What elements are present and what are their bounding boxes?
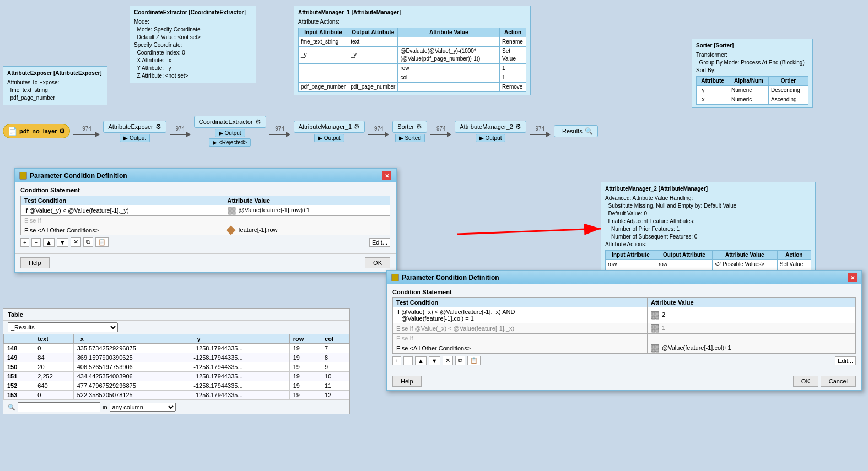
pipeline-node-coordinateextractor[interactable]: CoordinateExtractor ⚙ ▶ Output ▶ <Reject… (194, 116, 266, 147)
pcd1-add-btn[interactable]: + (20, 238, 29, 247)
pcd2-paste-btn[interactable]: 📋 (467, 356, 481, 365)
table-row: 149 84 369.1597900390625 -1258.17944335.… (4, 353, 349, 362)
pcd2-row-elseif1[interactable]: Else If @Value(_x) < @Value(feature[-1].… (393, 323, 856, 334)
svg-rect-5 (229, 212, 231, 214)
arrow-2: 974 (168, 126, 193, 137)
pcd1-help-btn[interactable]: Help (20, 257, 50, 268)
pcd2-help-btn[interactable]: Help (392, 376, 422, 387)
svg-rect-18 (656, 349, 659, 352)
pipeline-node-source[interactable]: 📄 pdf_no_layer ⚙ (3, 124, 70, 138)
pcd1-row-elseif[interactable]: Else If (21, 216, 390, 225)
pcd1-down-btn[interactable]: ▼ (57, 238, 68, 247)
am1-output-port[interactable]: ▶ Output (314, 134, 344, 142)
ce-content: Mode: Mode: Specify Coordinate Default Z… (134, 18, 252, 80)
bottom-table-wrapper: text _x _y row col 148 0 335.57342529296… (3, 334, 349, 400)
pcd1-icon (19, 172, 27, 180)
pcd2-icon (391, 274, 399, 281)
search-in-label: in (103, 404, 107, 410)
pipeline-node-am2[interactable]: AttributeManager_2 ⚙ ▶ Output (455, 121, 526, 142)
ce-rejected-port[interactable]: ▶ <Rejected> (209, 138, 251, 147)
annotation-attribute-exposer: AttributeExposer [AttributeExposer] Attr… (3, 66, 107, 105)
pipeline-node-sorter[interactable]: Sorter ⚙ ▶ Sorted (392, 121, 427, 142)
pcd1-row-else[interactable]: Else <All Other Conditions> feature[-1].… (21, 225, 390, 235)
pcd1-paste-btn[interactable]: 📋 (95, 237, 109, 247)
pcd2-add-btn[interactable]: + (392, 356, 401, 365)
bottom-table-title: Table (3, 309, 349, 321)
pcd2-remove-btn[interactable]: − (403, 356, 412, 365)
pcd2-copy-btn[interactable]: ⧉ (455, 356, 465, 365)
pcd2-cut-btn[interactable]: ✕ (443, 356, 453, 365)
gear-icon-ae[interactable]: ⚙ (155, 123, 161, 131)
am2-output-port[interactable]: ▶ Output (476, 134, 506, 142)
search-column-select[interactable]: any column (110, 403, 176, 412)
pcd1-ok-btn[interactable]: OK (365, 257, 390, 268)
pcd2-cancel-btn[interactable]: Cancel (821, 376, 856, 387)
gear-icon-am1[interactable]: ⚙ (354, 123, 360, 131)
pipeline-node-attributeexposer[interactable]: AttributeExposer ⚙ ▶ Output (103, 121, 166, 142)
pcd2-ok-btn[interactable]: OK (793, 376, 818, 387)
diamond-icon-1 (226, 226, 235, 235)
gear-icon-am2[interactable]: ⚙ (515, 123, 521, 131)
pcd2-buttons: Help OK Cancel (387, 372, 861, 390)
arrow-6: 974 (527, 126, 553, 137)
search-icon-results[interactable]: 🔍 (585, 127, 593, 135)
pcd2-row-else[interactable]: Else <All Other Conditions> @Value(featu… (393, 343, 856, 354)
svg-rect-9 (652, 316, 655, 319)
table-row: 151 2,252 434.4425354003906 -1258.179443… (4, 372, 349, 381)
table-row: 150 20 406.5265197753906 -1258.17944335.… (4, 362, 349, 372)
svg-rect-8 (656, 312, 659, 315)
ae-output-port[interactable]: ▶ Output (120, 134, 150, 142)
arrow-5: 974 (428, 126, 454, 137)
pcd2-down-btn[interactable]: ▼ (429, 356, 440, 365)
pcd1-up-btn[interactable]: ▲ (43, 238, 55, 247)
ae-title: AttributeExposer [AttributeExposer] (7, 69, 103, 77)
am1-table: Input Attribute Output Attribute Attribu… (298, 28, 526, 92)
pipeline-node-am1[interactable]: AttributeManager_1 ⚙ ▶ Output (294, 121, 365, 142)
pcd1-titlebar: Parameter Condition Definition ✕ (15, 169, 396, 182)
bottom-search-row: 🔍 in any column (3, 400, 349, 414)
am1-label: Attribute Actions: (298, 18, 526, 26)
sorter-sorted-port[interactable]: ▶ Sorted (395, 134, 425, 142)
pcd2-close-button[interactable]: ✕ (848, 273, 857, 282)
bottom-table-area: Table _Results text _x _y row col 148 0 … (3, 308, 350, 414)
pcd2-toolbar: + − ▲ ▼ ✕ ⧉ 📋 Edit... (392, 354, 856, 367)
pipeline-node-results[interactable]: _Results 🔍 (554, 125, 598, 137)
svg-rect-6 (233, 212, 235, 214)
gear-icon-sorter[interactable]: ⚙ (416, 123, 422, 131)
sorter-content: Transformer: Group By Mode: Process At E… (696, 51, 808, 74)
pcd1-buttons: Help OK (15, 253, 396, 272)
sorter-table: Attribute Alpha/Num Order _y Numeric Des… (696, 76, 808, 105)
pcd2-edit-btn[interactable]: Edit... (835, 356, 856, 365)
source-icon: 📄 (8, 127, 17, 136)
annotation-attribute-manager2: AttributeManager_2 [AttributeManager] Ad… (601, 182, 816, 282)
gear-icon-source[interactable]: ⚙ (59, 127, 65, 135)
svg-rect-15 (652, 345, 655, 348)
ce-output-port[interactable]: ▶ Output (215, 129, 245, 137)
bottom-table-select[interactable]: _Results (8, 322, 118, 332)
ae-content: Attributes To Expose: fme_text_string pd… (7, 79, 103, 102)
pcd1-copy-btn[interactable]: ⧉ (83, 237, 93, 247)
pcd1-remove-btn[interactable]: − (31, 238, 40, 247)
bottom-table-select-row: _Results (3, 321, 349, 334)
pcd-dialog-2: Parameter Condition Definition ✕ Conditi… (386, 270, 862, 391)
pcd2-up-btn[interactable]: ▲ (415, 356, 427, 365)
pcd-dialog-1: Parameter Condition Definition ✕ Conditi… (14, 168, 397, 273)
pcd1-row-if[interactable]: If @Value(_y) < @Value(feature[-1]._y) @… (21, 205, 390, 216)
gear-icon-ce[interactable]: ⚙ (255, 118, 261, 126)
ce-title: CoordinateExtractor [CoordinateExtractor… (134, 9, 252, 17)
pcd1-cut-btn[interactable]: ✕ (71, 237, 81, 247)
annotation-coordinate-extractor: CoordinateExtractor [CoordinateExtractor… (130, 6, 256, 83)
pcd1-body: Condition Statement Test Condition Attri… (15, 182, 396, 253)
pcd1-edit-btn[interactable]: Edit... (369, 238, 390, 247)
pcd2-row-elseif2[interactable]: Else If (393, 334, 856, 343)
pcd1-table: Test Condition Attribute Value If @Value… (20, 196, 390, 235)
annotation-attribute-manager1: AttributeManager_1 [AttributeManager] At… (294, 6, 531, 95)
pcd2-row-if[interactable]: If @Value(_x) < @Value(feature[-1]._x) A… (393, 307, 856, 323)
pcd2-section: Condition Statement (392, 289, 856, 295)
search-input[interactable] (18, 402, 100, 412)
pcd1-close-button[interactable]: ✕ (382, 171, 391, 180)
table-row: 153 0 522.3585205078125 -1258.17944335..… (4, 391, 349, 400)
arrow-3: 974 (267, 126, 293, 137)
results-node-label: _Results (559, 128, 583, 134)
annotation-sorter: Sorter [Sorter] Transformer: Group By Mo… (692, 39, 813, 108)
